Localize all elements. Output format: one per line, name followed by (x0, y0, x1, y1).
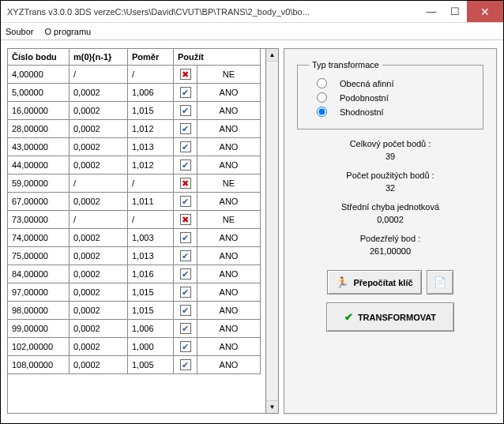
table-cell-m0[interactable]: 0,0002 (70, 156, 128, 174)
table-cell-m0[interactable]: 0,0002 (70, 247, 128, 265)
table-cell-cislo[interactable]: 16,00000 (8, 102, 70, 120)
table-cell-pomer[interactable]: 1,013 (128, 138, 174, 156)
table-cell-m0[interactable]: 0,0002 (70, 138, 128, 156)
table-cell-cislo[interactable]: 67,00000 (8, 193, 70, 211)
recalc-button[interactable]: 🏃Přepočítat klíč (327, 270, 421, 295)
table-cell-pomer[interactable]: 1,013 (128, 247, 174, 265)
table-cell-use-check[interactable]: ✔ (174, 229, 197, 247)
table-cell-use-check[interactable]: ✔ (174, 156, 197, 174)
table-cell-usetxt[interactable]: ANO (197, 193, 261, 211)
header-cislo[interactable]: Číslo bodu (8, 49, 70, 66)
document-button[interactable]: 📄 (427, 270, 453, 295)
table-cell-use-check[interactable]: ✔ (174, 356, 197, 374)
table-cell-usetxt[interactable]: ANO (197, 320, 261, 338)
header-pomer[interactable]: Poměr (128, 49, 174, 66)
table-cell-m0[interactable]: 0,0002 (70, 102, 128, 120)
table-cell-usetxt[interactable]: ANO (197, 247, 261, 265)
table-cell-cislo[interactable]: 73,00000 (8, 211, 70, 229)
minimize-button[interactable]: — (419, 1, 443, 22)
radio-afinni[interactable] (317, 78, 327, 88)
table-cell-cislo[interactable]: 102,00000 (8, 338, 70, 356)
table-cell-cislo[interactable]: 59,00000 (8, 174, 70, 193)
table-cell-m0[interactable]: 0,0002 (70, 302, 128, 320)
table-cell-pomer[interactable]: / (128, 174, 174, 193)
table-cell-use-check[interactable]: ✔ (174, 338, 197, 356)
table-cell-cislo[interactable]: 97,00000 (8, 283, 70, 302)
table-cell-m0[interactable]: 0,0002 (70, 320, 128, 338)
table-cell-m0[interactable]: / (70, 174, 128, 193)
table-cell-pomer[interactable]: 1,006 (128, 320, 174, 338)
table-cell-usetxt[interactable]: ANO (197, 138, 261, 156)
radio-shodnostni[interactable] (317, 107, 327, 117)
scroll-down-icon[interactable]: ▼ (266, 400, 278, 413)
menu-soubor[interactable]: Soubor (6, 27, 33, 36)
table-cell-pomer[interactable]: 1,015 (128, 102, 174, 120)
table-cell-cislo[interactable]: 99,00000 (8, 320, 70, 338)
table-cell-pomer[interactable]: 1,000 (128, 338, 174, 356)
table-cell-pomer[interactable]: 1,003 (128, 229, 174, 247)
table-cell-use-check[interactable]: ✖ (174, 174, 197, 193)
table-cell-pomer[interactable]: 1,015 (128, 283, 174, 302)
table-cell-pomer[interactable]: 1,011 (128, 193, 174, 211)
table-cell-m0[interactable]: / (70, 66, 128, 84)
table-cell-usetxt[interactable]: ANO (197, 229, 261, 247)
close-button[interactable]: ✕ (467, 1, 503, 22)
table-cell-use-check[interactable]: ✔ (174, 84, 197, 102)
table-cell-usetxt[interactable]: NE (197, 211, 261, 229)
table-cell-use-check[interactable]: ✔ (174, 193, 197, 211)
table-cell-use-check[interactable]: ✔ (174, 247, 197, 265)
table-cell-use-check[interactable]: ✔ (174, 265, 197, 283)
header-m0[interactable]: m(0){n-1} (70, 49, 128, 66)
table-cell-usetxt[interactable]: ANO (197, 120, 261, 138)
table-cell-pomer[interactable]: 1,012 (128, 156, 174, 174)
table-cell-pomer[interactable]: 1,016 (128, 265, 174, 283)
table-cell-use-check[interactable]: ✔ (174, 138, 197, 156)
table-cell-cislo[interactable]: 4,00000 (8, 66, 70, 84)
table-cell-usetxt[interactable]: ANO (197, 283, 261, 302)
table-cell-use-check[interactable]: ✔ (174, 302, 197, 320)
table-cell-usetxt[interactable]: ANO (197, 156, 261, 174)
table-cell-usetxt[interactable]: ANO (197, 265, 261, 283)
maximize-button[interactable]: ☐ (443, 1, 467, 22)
table-cell-cislo[interactable]: 84,00000 (8, 265, 70, 283)
table-cell-m0[interactable]: 0,0002 (70, 283, 128, 302)
table-cell-pomer[interactable]: / (128, 66, 174, 84)
table-cell-use-check[interactable]: ✖ (174, 211, 197, 229)
table-cell-m0[interactable]: 0,0002 (70, 229, 128, 247)
table-cell-pomer[interactable]: / (128, 211, 174, 229)
table-cell-usetxt[interactable]: ANO (197, 338, 261, 356)
table-cell-use-check[interactable]: ✔ (174, 320, 197, 338)
menu-oprogramu[interactable]: O programu (44, 27, 91, 36)
table-cell-usetxt[interactable]: ANO (197, 84, 261, 102)
table-cell-cislo[interactable]: 74,00000 (8, 229, 70, 247)
table-cell-cislo[interactable]: 108,00000 (8, 356, 70, 374)
table-cell-m0[interactable]: 0,0002 (70, 120, 128, 138)
table-cell-cislo[interactable]: 98,00000 (8, 302, 70, 320)
table-cell-use-check[interactable]: ✔ (174, 120, 197, 138)
header-pouzit[interactable]: Použít (174, 49, 261, 66)
table-cell-use-check[interactable]: ✔ (174, 283, 197, 302)
table-scrollbar[interactable]: ▲ ▼ (266, 48, 279, 414)
table-cell-pomer[interactable]: 1,015 (128, 302, 174, 320)
table-cell-m0[interactable]: 0,0002 (70, 338, 128, 356)
table-cell-cislo[interactable]: 43,00000 (8, 138, 70, 156)
table-cell-usetxt[interactable]: NE (197, 174, 261, 193)
table-cell-usetxt[interactable]: ANO (197, 102, 261, 120)
table-cell-usetxt[interactable]: NE (197, 66, 261, 84)
table-cell-cislo[interactable]: 28,00000 (8, 120, 70, 138)
table-cell-m0[interactable]: 0,0002 (70, 265, 128, 283)
table-cell-m0[interactable]: / (70, 211, 128, 229)
table-cell-use-check[interactable]: ✖ (174, 66, 197, 84)
table-cell-pomer[interactable]: 1,012 (128, 120, 174, 138)
transform-button[interactable]: ✔TRANSFORMOVAT (326, 302, 454, 332)
table-cell-m0[interactable]: 0,0002 (70, 193, 128, 211)
table-cell-cislo[interactable]: 5,00000 (8, 84, 70, 102)
table-cell-usetxt[interactable]: ANO (197, 356, 261, 374)
table-cell-cislo[interactable]: 75,00000 (8, 247, 70, 265)
scroll-up-icon[interactable]: ▲ (266, 49, 278, 62)
table-cell-pomer[interactable]: 1,005 (128, 356, 174, 374)
table-cell-m0[interactable]: 0,0002 (70, 84, 128, 102)
table-cell-cislo[interactable]: 44,00000 (8, 156, 70, 174)
table-cell-use-check[interactable]: ✔ (174, 102, 197, 120)
table-cell-usetxt[interactable]: ANO (197, 302, 261, 320)
